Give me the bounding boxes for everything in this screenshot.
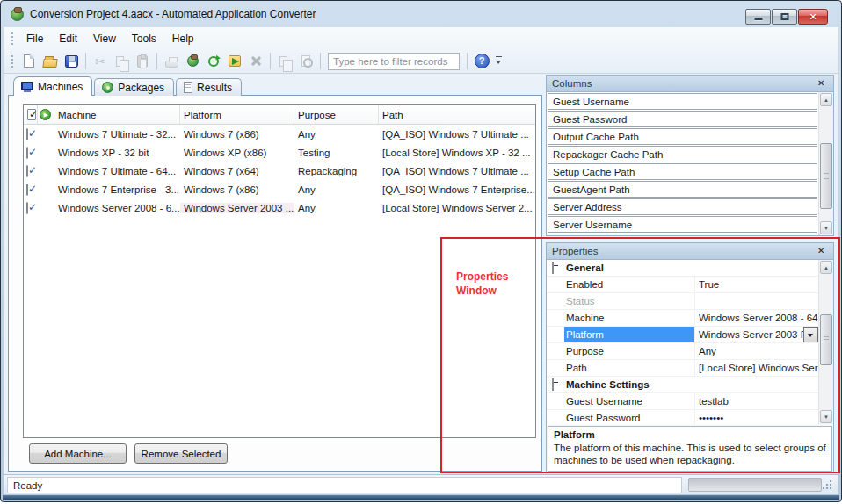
property-value[interactable]: testlab: [694, 393, 818, 409]
select-all-checkbox[interactable]: [27, 109, 36, 120]
stop-button[interactable]: [245, 51, 266, 71]
row-checkbox[interactable]: [26, 184, 28, 196]
property-row[interactable]: EnabledTrue: [547, 277, 818, 293]
list-item[interactable]: GuestAgent Path: [548, 181, 817, 198]
expander-cell: [547, 263, 564, 273]
column-header-machine[interactable]: Machine: [54, 105, 180, 124]
close-button[interactable]: [798, 9, 828, 25]
property-value[interactable]: [694, 293, 818, 309]
collapse-icon[interactable]: [552, 378, 554, 391]
scroll-up-icon[interactable]: [820, 93, 832, 106]
row-checkbox[interactable]: [26, 128, 28, 140]
title-bar[interactable]: Conversion Project 4.aacx - Automated Ap…: [1, 1, 841, 27]
list-item[interactable]: Setup Cache Path: [548, 163, 817, 180]
select-all-header-cell[interactable]: [24, 105, 38, 124]
property-label[interactable]: Path: [564, 360, 694, 376]
maximize-button[interactable]: [772, 9, 797, 25]
property-row[interactable]: PurposeAny: [547, 343, 818, 360]
list-item[interactable]: Guest Password: [548, 111, 817, 127]
property-row[interactable]: Guest Usernametestlab: [547, 393, 818, 410]
property-value[interactable]: Windows Server 2003 R: [694, 327, 818, 342]
property-value[interactable]: [Local Store] Windows Ser: [694, 360, 818, 376]
property-label[interactable]: Guest Username: [564, 393, 694, 409]
list-item[interactable]: Output Cache Path: [548, 128, 817, 145]
dropdown-button[interactable]: [803, 327, 818, 342]
property-row-group[interactable]: General: [547, 260, 818, 277]
property-label[interactable]: Platform: [564, 327, 694, 342]
row-checkbox[interactable]: [26, 147, 28, 159]
property-row[interactable]: Path[Local Store] Windows Ser: [547, 360, 818, 377]
report-button[interactable]: [274, 51, 295, 71]
property-value[interactable]: Windows Server 2008 - 64: [694, 310, 818, 326]
table-row[interactable]: Windows Server 2008 - 6...Windows Server…: [24, 198, 535, 217]
resize-grip-icon[interactable]: [823, 480, 833, 491]
list-item[interactable]: Server Username: [548, 216, 817, 233]
property-label[interactable]: Purpose: [564, 343, 694, 359]
property-row-group[interactable]: Machine Settings: [547, 377, 818, 393]
scrollbar-thumb[interactable]: [820, 314, 832, 365]
table-row[interactable]: Windows XP - 32 bitWindows XP (x86)Testi…: [24, 143, 535, 162]
property-label[interactable]: Machine: [564, 310, 694, 326]
save-button[interactable]: [61, 51, 82, 71]
property-label[interactable]: Enabled: [564, 277, 694, 292]
close-icon[interactable]: [816, 77, 828, 90]
property-label[interactable]: Status: [564, 293, 694, 309]
list-item[interactable]: Repackager Cache Path: [548, 146, 817, 162]
menu-item-tools[interactable]: Tools: [124, 30, 164, 47]
add-machine-button[interactable]: Add Machine...: [29, 443, 127, 464]
columns-scrollbar[interactable]: [818, 92, 833, 235]
package-button[interactable]: [182, 51, 203, 71]
close-icon[interactable]: [816, 245, 828, 257]
paste-button[interactable]: [132, 51, 153, 71]
row-checkbox-cell: [24, 166, 38, 176]
property-value[interactable]: •••••••: [694, 410, 818, 424]
new-document-button[interactable]: [18, 51, 40, 71]
copy-button[interactable]: [111, 51, 132, 71]
table-row[interactable]: Windows 7 Ultimate - 64...Windows 7 (x64…: [24, 162, 535, 180]
menu-item-help[interactable]: Help: [164, 30, 202, 47]
scroll-down-icon[interactable]: [820, 410, 832, 423]
column-header-path[interactable]: Path: [379, 105, 535, 124]
tab-results[interactable]: Results: [176, 78, 242, 96]
property-value[interactable]: True: [694, 277, 818, 292]
status-column-header[interactable]: [38, 105, 54, 124]
menu-item-view[interactable]: View: [85, 30, 124, 47]
list-item-partial[interactable]: [548, 234, 817, 235]
tab-machines[interactable]: Machines: [13, 76, 92, 96]
property-label[interactable]: Guest Password: [564, 410, 694, 424]
remove-selected-button[interactable]: Remove Selected: [134, 443, 228, 464]
minimize-button[interactable]: [745, 9, 771, 25]
filter-input[interactable]: [328, 53, 460, 70]
property-row[interactable]: PlatformWindows Server 2003 R: [547, 327, 818, 343]
menu-item-edit[interactable]: Edit: [51, 30, 85, 47]
open-folder-button[interactable]: [40, 51, 61, 71]
column-header-platform[interactable]: Platform: [180, 105, 294, 124]
property-row[interactable]: MachineWindows Server 2008 - 64: [547, 310, 818, 327]
list-item[interactable]: Server Address: [548, 198, 817, 215]
help-button[interactable]: [471, 51, 492, 71]
row-checkbox[interactable]: [26, 165, 28, 177]
property-row[interactable]: Guest Password•••••••: [547, 410, 818, 424]
collapse-icon[interactable]: [552, 262, 554, 274]
toolbar-overflow-button[interactable]: [494, 53, 505, 70]
properties-scrollbar[interactable]: [818, 260, 833, 424]
toolbar-grip[interactable]: [11, 55, 13, 68]
menu-item-file[interactable]: File: [18, 30, 51, 47]
table-row[interactable]: Windows 7 Ultimate - 32...Windows 7 (x86…: [24, 125, 535, 143]
row-checkbox[interactable]: [26, 202, 28, 214]
preview-button[interactable]: [295, 51, 316, 71]
property-row[interactable]: Status: [547, 293, 818, 310]
print-button[interactable]: [161, 51, 182, 71]
list-item[interactable]: Guest Username: [548, 93, 817, 110]
table-row[interactable]: Windows 7 Enterprise - 3...Windows 7 (x8…: [24, 180, 535, 198]
cut-button[interactable]: [90, 51, 111, 71]
scrollbar-thumb[interactable]: [820, 143, 832, 209]
column-header-purpose[interactable]: Purpose: [294, 105, 379, 124]
menu-grip[interactable]: [11, 32, 13, 45]
tab-packages[interactable]: Packages: [94, 78, 174, 96]
property-value[interactable]: Any: [694, 343, 818, 359]
run-button[interactable]: [224, 51, 245, 71]
refresh-button[interactable]: [203, 51, 224, 71]
scroll-up-icon[interactable]: [820, 261, 832, 274]
scroll-down-icon[interactable]: [820, 221, 832, 234]
